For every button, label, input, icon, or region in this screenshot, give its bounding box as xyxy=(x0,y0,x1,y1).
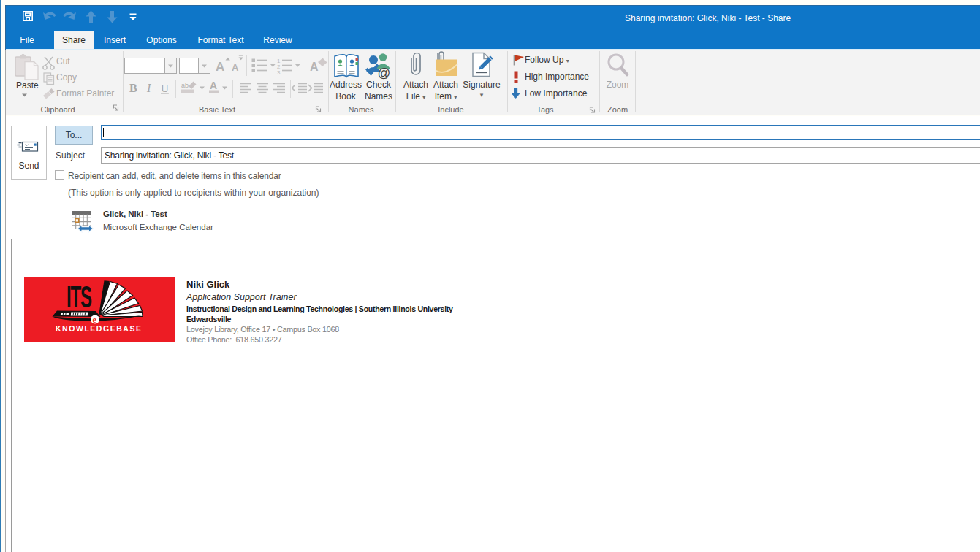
svg-text:KNOWLEDGEBASE: KNOWLEDGEBASE xyxy=(56,324,141,333)
svg-text:3: 3 xyxy=(277,69,281,76)
svg-text:A: A xyxy=(232,62,239,73)
svg-text:@: @ xyxy=(378,66,391,80)
svg-text:A: A xyxy=(216,60,224,74)
svg-text:A: A xyxy=(310,61,319,73)
svg-text:U: U xyxy=(161,83,169,94)
svg-text:ITS: ITS xyxy=(67,280,92,314)
svg-text:e: e xyxy=(93,315,97,325)
svg-text:ab: ab xyxy=(181,82,189,89)
svg-text:I: I xyxy=(146,82,151,94)
svg-text:B: B xyxy=(129,82,137,94)
svg-text:A: A xyxy=(210,80,217,91)
